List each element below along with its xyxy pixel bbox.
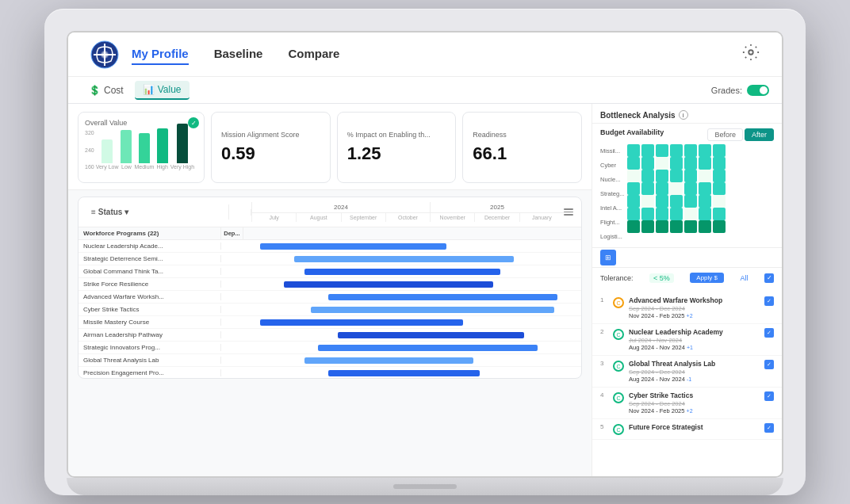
gantt-bars-area	[243, 278, 581, 291]
bar-high: High	[156, 128, 167, 170]
heatmap-cell	[699, 157, 711, 170]
heatmap-cell	[641, 144, 654, 157]
heatmap-cell	[656, 157, 668, 170]
heatmap-cell	[627, 182, 640, 195]
grades-switch[interactable]	[747, 85, 769, 96]
mission-alignment-card: Mission Alignment Score 0.59	[211, 112, 331, 183]
gantt-bars-area	[243, 316, 581, 329]
scan-icon[interactable]: ⊞	[600, 250, 616, 265]
program-checkbox[interactable]: ✓	[764, 360, 774, 369]
program-info: Future Force Strategist	[629, 423, 760, 431]
hamburger-icon[interactable]	[564, 208, 573, 216]
nav-compare[interactable]: Compare	[288, 44, 339, 65]
tolerance-value: < 5%	[649, 273, 674, 283]
nav-my-profile[interactable]: My Profile	[132, 44, 189, 65]
program-checkbox[interactable]: ✓	[764, 423, 774, 433]
gantt-row-name: Precision Engagement Pro...	[78, 369, 221, 376]
heatmap-cell	[641, 208, 654, 220]
program-item[interactable]: 3 C Global Threat Analysis Lab Sep 2024 …	[592, 356, 782, 388]
gantt-bar	[338, 332, 523, 338]
program-name: Advanced Warfare Workshop	[629, 296, 760, 304]
gantt-row[interactable]: Cyber Strike Tactics	[78, 304, 581, 316]
gantt-bars-area	[243, 367, 581, 380]
gantt-bars-area	[243, 240, 581, 253]
heatmap-cell	[670, 170, 683, 182]
program-name: Cyber Strike Tactics	[629, 391, 760, 399]
gantt-body[interactable]: Nuclear Leadership Acade... Strategic De…	[78, 240, 581, 379]
program-circle: C	[613, 424, 624, 435]
heatmap-row	[627, 208, 774, 220]
heatmap-cell	[670, 195, 683, 208]
settings-icon[interactable]	[742, 44, 760, 65]
grades-toggle: Grades:	[711, 85, 769, 96]
info-icon[interactable]: i	[679, 110, 688, 120]
gantt-bar	[260, 319, 463, 326]
before-after-btns: Before After	[707, 128, 774, 141]
gantt-row[interactable]: Airman Leadership Pathway	[78, 329, 581, 342]
program-checkbox[interactable]: ✓	[764, 296, 774, 306]
gantt-row[interactable]: Strike Force Resilience	[78, 278, 581, 291]
month-sep: September	[341, 213, 385, 222]
heatmap-cell	[670, 182, 683, 195]
program-item[interactable]: 1 C Advanced Warfare Workshop Sep 2024 -…	[592, 292, 782, 324]
gantt-row[interactable]: Strategic Innovators Prog...	[78, 342, 581, 354]
program-dates: Sep 2024 - Dec 2024 Aug 2024 - Nov 2024 …	[629, 368, 760, 383]
program-list[interactable]: 1 C Advanced Warfare Workshop Sep 2024 -…	[592, 292, 782, 476]
month-aug: August	[296, 213, 340, 222]
program-checkbox[interactable]: ✓	[764, 391, 774, 401]
heatmap-cell	[641, 182, 654, 195]
program-item[interactable]: 5 C Future Force Strategist ✓	[592, 419, 782, 440]
after-btn[interactable]: After	[745, 128, 774, 141]
apply-button[interactable]: Apply $	[690, 273, 724, 283]
heatmap-cell	[627, 220, 640, 233]
tab-cost[interactable]: 💲 Cost	[81, 82, 132, 99]
gantt-bars-area	[243, 291, 581, 304]
tolerance-header: Tolerance: < 5% Apply $ All ✓	[600, 273, 774, 283]
gantt-bar	[260, 243, 446, 250]
gantt-bar	[304, 269, 500, 275]
bottleneck-header: Bottleneck Analysis i	[592, 104, 782, 124]
heatmap-row	[627, 170, 774, 182]
program-item[interactable]: 4 C Cyber Strike Tactics Sep 2024 - Dec …	[592, 388, 782, 419]
gantt-row[interactable]: Strategic Deterrence Semi...	[78, 253, 581, 265]
program-dates: Sep 2024 - Dec 2024 Nov 2024 - Feb 2025 …	[629, 400, 760, 414]
heatmap-cell	[713, 220, 726, 233]
tab-value[interactable]: 📊 Value	[135, 81, 190, 100]
month-dec: December	[474, 213, 519, 222]
heatmap-cell	[627, 170, 640, 182]
laptop-notch	[393, 484, 457, 489]
gantt-row[interactable]: Nuclear Leadership Acade...	[78, 240, 581, 253]
top-nav: My Profile Baseline Compare	[68, 32, 782, 77]
program-checkbox[interactable]: ✓	[764, 328, 774, 338]
before-btn[interactable]: Before	[707, 128, 743, 141]
status-label: Status	[98, 208, 123, 216]
month-jul: July	[251, 213, 296, 222]
gantt-row[interactable]: Missile Mastery Course	[78, 316, 581, 329]
program-circle: C	[613, 297, 624, 308]
budget-section: Budget Availability Before After Missil.…	[592, 124, 782, 247]
bar-very-high: Very High	[170, 124, 194, 170]
overall-value-card: Overall Value ✓ 320 240 160	[78, 112, 205, 183]
bottleneck-title: Bottleneck Analysis	[600, 111, 676, 120]
status-dropdown[interactable]: ≡ Status ▾	[91, 208, 224, 216]
heatmap-row-label: Cyber	[600, 158, 624, 171]
readiness-value: 66.1	[473, 143, 572, 164]
gantt-row-name: Strategic Deterrence Semi...	[78, 255, 221, 262]
gantt-bar	[328, 370, 481, 376]
all-link[interactable]: All	[740, 274, 748, 282]
program-circle: C	[613, 361, 624, 372]
heatmap-cell	[699, 208, 711, 220]
nav-baseline[interactable]: Baseline	[214, 44, 263, 65]
program-info: Nuclear Leadership Academy Jul 2024 - No…	[629, 328, 760, 351]
tolerance-checkbox[interactable]: ✓	[764, 273, 774, 283]
heatmap-cell	[656, 195, 668, 208]
bar-low: Low	[121, 130, 132, 170]
gantt-row[interactable]: Precision Engagement Pro...	[78, 367, 581, 379]
program-item[interactable]: 2 C Nuclear Leadership Academy Jul 2024 …	[592, 324, 782, 356]
workforce-header: Workforce Programs (22)	[78, 227, 221, 239]
metrics-row: Overall Value ✓ 320 240 160	[68, 104, 592, 190]
gantt-row[interactable]: Global Command Think Ta...	[78, 265, 581, 278]
gantt-row[interactable]: Advanced Warfare Worksh...	[78, 291, 581, 304]
heatmap-cell	[627, 208, 640, 220]
gantt-row[interactable]: Global Threat Analysis Lab	[78, 354, 581, 367]
